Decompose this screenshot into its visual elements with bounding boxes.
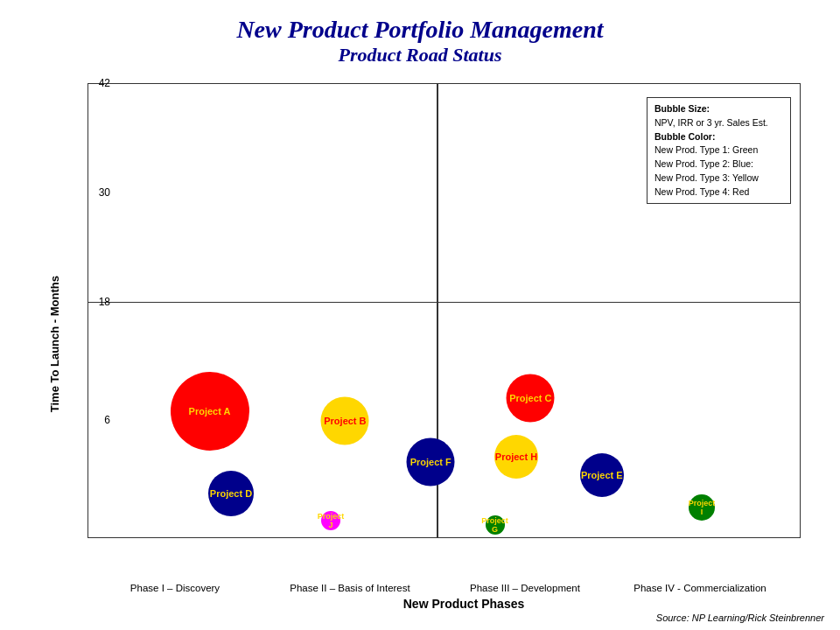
page: New Product Portfolio Management Product…	[0, 0, 840, 630]
horizontal-divider	[88, 302, 800, 304]
chart-area: Time To Launch - Months Bubble Size: NPV…	[48, 83, 801, 538]
y-tick-30: 30	[80, 186, 110, 199]
bubble-E[interactable]: Project E	[580, 453, 624, 497]
phase-labels-row: Phase I – Discovery Phase II – Basis of …	[88, 583, 840, 593]
legend-title-color: Bubble Color:	[654, 130, 783, 144]
phase-label-2: Phase II – Basis of Interest	[262, 583, 438, 593]
bubble-F[interactable]: Project F	[407, 438, 455, 486]
y-axis-label: Time To Launch - Months	[48, 276, 61, 412]
legend-item2: New Prod. Type 2: Blue:	[654, 158, 783, 172]
bubble-G[interactable]: Project G	[486, 515, 505, 535]
title-line1: New Product Portfolio Management	[0, 16, 840, 44]
bubble-D[interactable]: Project D	[208, 471, 254, 516]
bubble-B[interactable]: Project B	[321, 396, 369, 444]
phase-label-4: Phase IV - Commercialization	[612, 583, 788, 593]
bubble-C[interactable]: Project C	[507, 374, 555, 422]
bubble-A[interactable]: Project A	[171, 372, 249, 451]
phase-label-1: Phase I – Discovery	[88, 583, 262, 593]
legend-size-desc: NPV, IRR or 3 yr. Sales Est.	[654, 116, 783, 130]
title-area: New Product Portfolio Management Product…	[0, 0, 840, 66]
phase-label-3: Phase III – Development	[438, 583, 612, 593]
y-tick-6: 6	[80, 414, 110, 426]
legend-title-size: Bubble Size:	[654, 102, 783, 116]
chart-inner: Bubble Size: NPV, IRR or 3 yr. Sales Est…	[88, 83, 801, 538]
legend: Bubble Size: NPV, IRR or 3 yr. Sales Est…	[647, 97, 791, 204]
bubble-H[interactable]: Project H	[494, 435, 538, 479]
legend-item3: New Prod. Type 3: Yellow	[654, 172, 783, 186]
bubble-J[interactable]: Project J	[321, 511, 340, 530]
y-tick-18: 18	[80, 296, 110, 308]
source-text: Source: NP Learning/Rick Steinbrenner	[656, 612, 824, 623]
x-axis-title: New Product Phases	[88, 597, 840, 611]
y-tick-42: 42	[80, 77, 110, 89]
bubble-I[interactable]: Project I	[689, 494, 715, 521]
legend-item1: New Prod. Type 1: Green	[654, 144, 783, 158]
legend-item4: New Prod. Type 4: Red	[654, 186, 783, 200]
title-line2: Product Road Status	[0, 44, 840, 66]
